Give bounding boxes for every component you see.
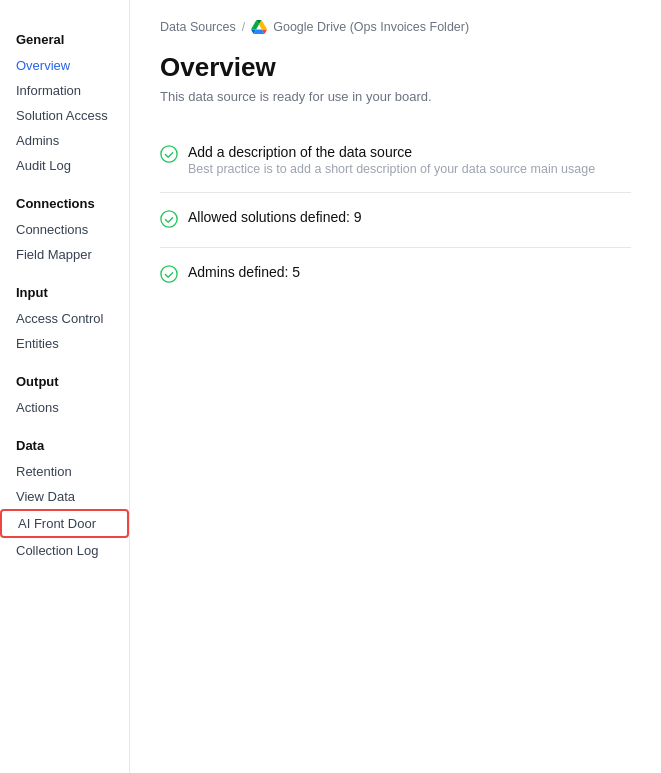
sidebar-item-admins[interactable]: Admins [0, 128, 129, 153]
sidebar-item-access-control[interactable]: Access Control [0, 306, 129, 331]
check-icon-solutions [160, 210, 178, 231]
check-icon-description [160, 145, 178, 166]
breadcrumb: Data Sources / Google Drive (Ops Invoice… [160, 20, 631, 34]
sidebar-section-label-output: Output [0, 362, 129, 395]
sidebar-section-label-data: Data [0, 426, 129, 459]
sidebar-item-field-mapper[interactable]: Field Mapper [0, 242, 129, 267]
breadcrumb-data-sources[interactable]: Data Sources [160, 20, 236, 34]
sidebar-item-information[interactable]: Information [0, 78, 129, 103]
check-items-list: Add a description of the data sourceBest… [160, 128, 631, 302]
sidebar-item-retention[interactable]: Retention [0, 459, 129, 484]
check-title-admins: Admins defined: 5 [188, 264, 300, 280]
sidebar-item-ai-front-door[interactable]: AI Front Door [0, 509, 129, 538]
sidebar-item-actions[interactable]: Actions [0, 395, 129, 420]
check-content-description: Add a description of the data sourceBest… [188, 144, 595, 176]
sidebar-section-connections: ConnectionsConnectionsField Mapper [0, 184, 129, 267]
sidebar-section-data: DataRetentionView DataAI Front DoorColle… [0, 426, 129, 563]
svg-point-2 [161, 266, 177, 282]
check-content-admins: Admins defined: 5 [188, 264, 300, 282]
check-icon-admins [160, 265, 178, 286]
check-title-description: Add a description of the data source [188, 144, 595, 160]
check-item-solutions: Allowed solutions defined: 9 [160, 193, 631, 248]
breadcrumb-current: Google Drive (Ops Invoices Folder) [273, 20, 469, 34]
sidebar-section-label-general: General [0, 20, 129, 53]
page-title: Overview [160, 52, 631, 83]
google-drive-icon [251, 20, 267, 34]
svg-point-1 [161, 211, 177, 227]
sidebar-item-audit-log[interactable]: Audit Log [0, 153, 129, 178]
sidebar-item-collection-log[interactable]: Collection Log [0, 538, 129, 563]
sidebar-item-connections[interactable]: Connections [0, 217, 129, 242]
sidebar: GeneralOverviewInformationSolution Acces… [0, 0, 130, 773]
sidebar-section-input: InputAccess ControlEntities [0, 273, 129, 356]
check-title-solutions: Allowed solutions defined: 9 [188, 209, 362, 225]
check-content-solutions: Allowed solutions defined: 9 [188, 209, 362, 227]
sidebar-item-entities[interactable]: Entities [0, 331, 129, 356]
sidebar-section-general: GeneralOverviewInformationSolution Acces… [0, 20, 129, 178]
svg-point-0 [161, 146, 177, 162]
sidebar-section-output: OutputActions [0, 362, 129, 420]
sidebar-item-overview[interactable]: Overview [0, 53, 129, 78]
check-item-admins: Admins defined: 5 [160, 248, 631, 302]
sidebar-section-label-input: Input [0, 273, 129, 306]
breadcrumb-separator-1: / [242, 20, 245, 34]
page-subtitle: This data source is ready for use in you… [160, 89, 631, 104]
check-desc-description: Best practice is to add a short descript… [188, 162, 595, 176]
main-content: Data Sources / Google Drive (Ops Invoice… [130, 0, 661, 773]
sidebar-item-solution-access[interactable]: Solution Access [0, 103, 129, 128]
check-item-description: Add a description of the data sourceBest… [160, 128, 631, 193]
sidebar-item-view-data[interactable]: View Data [0, 484, 129, 509]
sidebar-section-label-connections: Connections [0, 184, 129, 217]
